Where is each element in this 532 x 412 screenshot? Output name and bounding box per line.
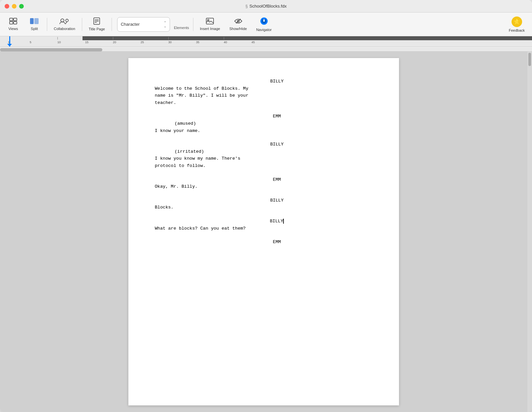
ruler-tick-40 [224,37,224,40]
split-label: Split [31,27,38,31]
toolbar: Views Split Collabor [0,13,532,36]
script-block-2: EMM (amused) I know your name. [155,113,373,134]
script-block-5: BILLY Blocks. [155,197,373,211]
vertical-scrollbar[interactable] [527,51,532,412]
navigator-label: Navigator [256,28,272,32]
character-emm-2: EMM [181,176,373,183]
views-icon [9,18,17,25]
split-icon [30,18,39,25]
script-area[interactable]: BILLY Welcome to the School of Blocks. M… [0,51,527,412]
insert-image-button[interactable]: Insert Image [196,16,224,33]
dialogue-emm-1: I know your name. [155,127,373,135]
scrollbar-thumb[interactable] [0,48,102,51]
title-page-label: Title Page [89,27,105,31]
svg-rect-4 [30,18,34,24]
script-page[interactable]: BILLY Welcome to the School of Blocks. M… [128,58,399,405]
parenthetical-billy-2: (irritated) [175,148,373,155]
ruler-num-20: 20 [113,41,116,44]
elements-dropdown[interactable]: Character ⌃⌄ [117,17,170,32]
horizontal-scrollbar[interactable] [0,47,532,51]
ruler-tick-10 [57,37,58,40]
v-scrollbar-thumb[interactable] [528,53,531,66]
navigator-icon [260,17,268,26]
separator-4 [193,18,193,31]
svg-point-19 [263,20,265,22]
chevron-down-icon: ⌃⌄ [164,21,166,28]
parenthetical-emm-1: (amused) [175,120,373,127]
navigator-button[interactable]: Navigator [252,15,276,34]
script-block-6: BILLY What are blocks? Can you eat them? [155,218,373,232]
title-page-icon [93,17,100,26]
app-window: § SchoolOfBlocks.fdx Views [0,0,532,412]
insert-image-label: Insert Image [200,27,220,31]
feedback-icon: ⭐ [512,16,522,27]
svg-rect-5 [34,18,39,24]
dialogue-billy-2: I know you know my name. There'sprotocol… [155,155,373,169]
dialogue-billy-1: Welcome to the School of Blocks. Myname … [155,85,373,107]
character-emm-3: EMM [181,238,373,246]
script-block-3: BILLY (irritated) I know you know my nam… [155,141,373,169]
ruler-num-45: 45 [251,41,255,44]
svg-rect-3 [14,21,17,24]
show-hide-button[interactable]: Show/Hide [225,16,251,33]
dialogue-billy-4: What are blocks? Can you eat them? [155,225,373,232]
split-button[interactable]: Split [24,16,44,33]
feedback-label: Feedback [509,28,525,32]
title-bar: § SchoolOfBlocks.fdx [0,0,532,13]
insert-image-icon [206,18,214,25]
show-hide-icon [234,18,243,25]
dialogue-emm-2: Okay, Mr. Billy. [155,183,373,190]
feedback-button[interactable]: ⭐ Feedback [505,15,529,34]
svg-point-7 [66,19,68,22]
show-hide-label: Show/Hide [229,27,247,31]
separator-1 [47,18,47,31]
dialogue-billy-3: Blocks. [155,204,373,211]
svg-rect-2 [14,18,17,21]
character-billy-1: BILLY [181,78,373,85]
collaboration-label: Collaboration [54,27,75,31]
character-emm-1: EMM [181,113,373,120]
svg-rect-0 [10,18,13,21]
views-label: Views [8,27,18,31]
traffic-lights [5,4,24,9]
ruler-num-5: 5 [30,41,31,44]
title-icon: § [246,4,248,9]
ruler-num-10: 10 [57,41,61,44]
collaboration-icon [59,18,70,25]
ruler-num-30: 30 [168,41,172,44]
close-button[interactable] [5,4,9,9]
ruler-numbers: 1 5 10 15 20 25 30 35 40 45 [0,41,532,47]
script-block-7: EMM [155,238,373,246]
elements-label-below: Elements [174,26,189,30]
scrollbar-track [0,48,532,51]
svg-rect-12 [206,18,214,24]
ruler-tick-20 [113,37,113,40]
ruler-tick-30 [168,37,169,40]
separator-3 [112,18,112,31]
character-billy-2: BILLY [181,141,373,148]
title-page-button[interactable]: Title Page [85,16,109,33]
ruler-num-25: 25 [141,41,144,44]
ruler: 1 5 10 15 20 25 30 35 40 45 [0,36,532,47]
svg-rect-1 [10,21,13,24]
collaboration-button[interactable]: Collaboration [50,16,79,33]
text-cursor [283,219,284,224]
script-block-4: EMM Okay, Mr. Billy. [155,176,373,190]
main-content: BILLY Welcome to the School of Blocks. M… [0,51,532,412]
character-billy-4: BILLY [181,218,373,225]
elements-selected-value: Character [121,22,161,27]
maximize-button[interactable] [19,4,24,9]
title-text: SchoolOfBlocks.fdx [249,4,287,9]
separator-2 [82,18,82,31]
window-title: § SchoolOfBlocks.fdx [246,4,287,9]
ruler-num-15: 15 [85,41,88,44]
ruler-num-35: 35 [196,41,199,44]
ruler-num-1: 1 [8,41,10,44]
character-billy-3: BILLY [181,197,373,204]
ruler-num-40: 40 [224,41,227,44]
ruler-dark-bar [83,36,532,40]
views-button[interactable]: Views [3,16,23,33]
minimize-button[interactable] [12,4,17,9]
script-block-1: BILLY Welcome to the School of Blocks. M… [155,78,373,106]
